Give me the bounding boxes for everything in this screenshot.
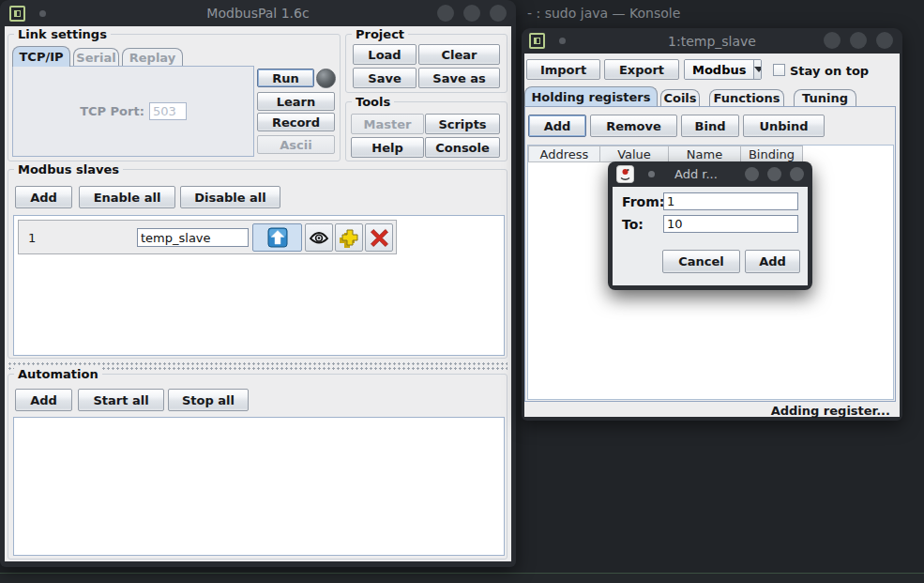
window-menu-icon[interactable] (529, 33, 545, 49)
window-menu-icon[interactable] (9, 6, 25, 22)
slave-add-button[interactable]: Add (15, 186, 72, 208)
register-add-button[interactable]: Add (528, 115, 586, 137)
modbuspal-content: Link settings TCP/IP Serial Replay TCP P… (5, 26, 511, 561)
tab-tuning[interactable]: Tuning (794, 89, 856, 106)
register-bind-button[interactable]: Bind (681, 115, 739, 137)
enable-all-button[interactable]: Enable all (79, 186, 175, 208)
dialog-minimize-button[interactable] (745, 167, 759, 181)
ascii-button[interactable]: Ascii (257, 135, 335, 154)
column-header-address[interactable]: Address (528, 146, 600, 162)
link-settings-group: Link settings TCP/IP Serial Replay TCP P… (8, 34, 341, 161)
tab-functions[interactable]: Functions (709, 89, 784, 106)
help-button[interactable]: Help (351, 137, 424, 158)
run-button[interactable]: Run (257, 69, 314, 87)
slave-enabled-toggle[interactable] (252, 223, 302, 252)
dialog-title: Add r... (674, 167, 718, 181)
minimize-button[interactable] (824, 32, 841, 49)
clear-button[interactable]: Clear (418, 44, 500, 65)
tab-serial[interactable]: Serial (73, 48, 119, 67)
desktop: - : sudo java — Konsole ModbusPal 1.6c L… (0, 0, 924, 583)
column-header-binding[interactable]: Binding (741, 146, 803, 162)
window-pin-icon[interactable] (39, 10, 46, 17)
stop-all-button[interactable]: Stop all (168, 389, 249, 411)
to-label: To: (622, 217, 644, 232)
stay-on-top-label: Stay on top (790, 64, 869, 78)
window-menu-glyph (14, 10, 21, 17)
tcpip-tab-panel: TCP Port: (12, 66, 254, 157)
automation-list (13, 417, 505, 556)
dialog-add-button[interactable]: Add (745, 250, 800, 273)
automation-add-button[interactable]: Add (15, 389, 72, 411)
save-as-button[interactable]: Save as (418, 68, 500, 88)
disable-all-button[interactable]: Disable all (180, 186, 280, 208)
dialog-cancel-button[interactable]: Cancel (662, 250, 740, 273)
from-input[interactable] (663, 192, 798, 210)
window-menu-glyph (534, 38, 540, 44)
to-input[interactable] (663, 215, 798, 233)
project-title: Project (352, 27, 408, 41)
dialog-maximize-button[interactable] (767, 167, 781, 181)
dialog-close-button[interactable] (790, 167, 804, 181)
tcp-port-label: TCP Port: (80, 104, 144, 118)
slave-add-register-button[interactable] (335, 223, 363, 252)
dialog-pin-icon[interactable] (648, 171, 655, 177)
export-button[interactable]: Export (604, 59, 679, 80)
tab-coils[interactable]: Coils (660, 89, 700, 106)
automation-title: Automation (14, 367, 102, 381)
tools-title: Tools (352, 95, 394, 109)
maximize-button[interactable] (463, 5, 480, 22)
slave-window-title: 1:temp_slave (578, 34, 846, 49)
modbus-slaves-group: Modbus slaves Add Enable all Disable all… (8, 169, 507, 359)
column-header-value[interactable]: Value (600, 146, 669, 162)
save-button[interactable]: Save (353, 68, 417, 88)
close-button[interactable] (490, 5, 507, 22)
tab-tcpip[interactable]: TCP/IP (12, 46, 70, 67)
dialog-titlebar[interactable]: Add r... (613, 161, 808, 187)
status-bar: Adding register... (524, 404, 898, 417)
konsole-bottom-edge (0, 573, 924, 583)
slave-delete-button[interactable] (365, 223, 393, 252)
register-remove-button[interactable]: Remove (590, 115, 677, 137)
combo-arrow-icon[interactable] (753, 60, 762, 79)
slave-name-input[interactable] (137, 228, 249, 247)
x-icon (370, 228, 389, 248)
tab-replay[interactable]: Replay (122, 48, 183, 67)
minimize-button[interactable] (437, 5, 454, 22)
link-settings-title: Link settings (14, 27, 111, 41)
record-button[interactable]: Record (257, 113, 335, 131)
master-button[interactable]: Master (351, 114, 424, 134)
modbus-mode-value: Modbus (685, 60, 753, 79)
konsole-window-title: - : sudo java — Konsole (527, 6, 680, 21)
dialog-app-icon (616, 165, 634, 183)
console-button[interactable]: Console (425, 137, 500, 158)
automation-group: Automation Add Start all Stop all (8, 374, 507, 560)
import-button[interactable]: Import (526, 59, 600, 80)
up-arrow-icon (267, 227, 288, 248)
project-group: Project Load Clear Save Save as (345, 34, 507, 93)
load-button[interactable]: Load (353, 44, 417, 65)
tab-holding-registers[interactable]: Holding registers (524, 86, 658, 106)
scripts-button[interactable]: Scripts (425, 114, 500, 134)
add-registers-dialog: Add r... From: To: Cancel Add (608, 161, 812, 290)
start-all-button[interactable]: Start all (78, 389, 164, 411)
tcp-port-input[interactable] (149, 102, 187, 120)
tools-group: Tools Master Scripts Help Console (345, 101, 507, 161)
column-header-name[interactable]: Name (669, 146, 741, 162)
modbuspal-window: ModbusPal 1.6c Link settings TCP/IP Seri… (0, 0, 516, 567)
slave-id: 1 (28, 231, 36, 245)
register-unbind-button[interactable]: Unbind (743, 115, 825, 137)
learn-button[interactable]: Learn (257, 92, 335, 111)
from-label: From: (622, 194, 664, 209)
slave-row[interactable]: 1 (18, 220, 397, 254)
modbus-mode-select[interactable]: Modbus (684, 59, 762, 80)
eye-icon (309, 231, 329, 245)
close-button[interactable] (876, 32, 893, 49)
dialog-content: From: To: Cancel Add (613, 187, 808, 285)
modbus-slaves-title: Modbus slaves (14, 162, 123, 176)
maximize-button[interactable] (850, 32, 867, 49)
window-pin-icon[interactable] (559, 38, 566, 44)
slave-visibility-button[interactable] (305, 223, 333, 252)
modbuspal-titlebar[interactable]: ModbusPal 1.6c (0, 0, 516, 26)
stay-on-top-checkbox[interactable] (773, 64, 785, 76)
slave-window-titlebar[interactable]: 1:temp_slave (522, 28, 902, 54)
